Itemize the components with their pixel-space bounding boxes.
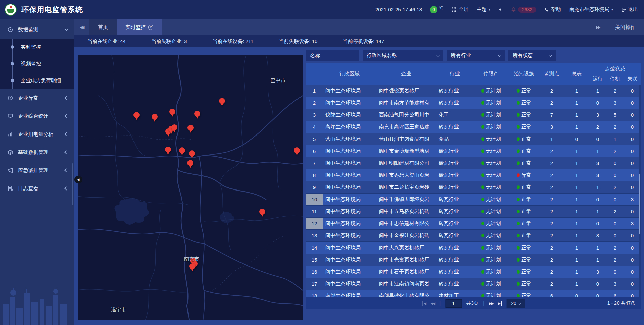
pagination-bar: ◀ ◀◀ | 共3页 | ▶▶ ▶ 20 — [306, 297, 641, 309]
map-pin[interactable] — [219, 98, 225, 106]
notifications-button[interactable]: 2632 — [511, 7, 536, 13]
tab-home[interactable]: 首页 — [89, 19, 117, 35]
table-row[interactable]: 18南部生态环境局南部县砂化土砖有限公建材加工无计划正常60060 — [306, 290, 641, 297]
sidebar-item-视频监控[interactable]: 视频监控 — [0, 55, 74, 72]
tab-close-icon[interactable]: × — [148, 25, 153, 30]
row-monitor-count-cell: 2 — [539, 181, 564, 193]
logout-button[interactable]: 退出 — [621, 6, 638, 13]
table-row[interactable]: 8阆中生态环境局阆中市枣碧大梁山页岩砖瓦行业无计划异常21300 — [306, 169, 641, 181]
map-pin[interactable] — [187, 125, 194, 133]
table-row[interactable]: 14阆中生态环境局阆中大兴页岩机砖厂砖瓦行业无计划正常21120 — [306, 242, 641, 254]
facility-status-label: 正常 — [521, 136, 531, 142]
sidebar-group-企业用电量分析[interactable]: 企业用电量分析 — [0, 125, 74, 143]
sidebar-group-基础数据管理[interactable]: 基础数据管理 — [0, 143, 74, 161]
stat-item: 当前停机设备:147 — [343, 38, 385, 45]
sidebar-group-数据监测[interactable]: 数据监测 — [0, 20, 74, 39]
temperature-badge: 0 — [430, 6, 437, 13]
table-row[interactable]: 16阆中生态环境局阆中市石子页岩机砖厂砖瓦行业无计划正常21300 — [306, 266, 641, 278]
megaphone-icon — [7, 167, 13, 173]
map-pin[interactable] — [165, 147, 171, 155]
green-dot-icon — [481, 282, 484, 286]
user-dropdown[interactable]: 南充市生态环境局 ▾ — [569, 6, 613, 13]
row-industry-cell: 砖瓦行业 — [436, 254, 474, 266]
table-row[interactable]: 3仪陇生态环境局西南油气田分公司川中化工无计划正常71350 — [306, 109, 641, 121]
row-index-cell: 5 — [306, 133, 323, 145]
tab-realtime-monitor[interactable]: 实时监控 × — [117, 19, 162, 35]
row-total-meter-cell: 1 — [564, 278, 589, 290]
table-row[interactable]: 7阆中生态环境局阆中明阳建材有限公司砖瓦行业无计划正常21300 — [306, 157, 641, 169]
row-region-cell: 阆中生态环境局 — [323, 97, 376, 109]
map-pin[interactable] — [179, 147, 185, 156]
theme-dropdown[interactable]: 主题 ▾ — [477, 6, 490, 13]
table-row[interactable]: 11阆中生态环境局阆中市五马桥页岩机砖砖瓦行业无计划正常21120 — [306, 206, 641, 218]
stop-plan-label: 无计划 — [486, 172, 501, 178]
table-row[interactable]: 15阆中生态环境局阆中市光富页岩机砖厂砖瓦行业无计划正常21120 — [306, 254, 641, 266]
name-filter-input[interactable] — [306, 50, 359, 61]
sidebar-group-日志查看[interactable]: 日志查看 — [0, 179, 74, 198]
row-industry-cell: 砖瓦行业 — [436, 278, 474, 290]
close-operations-dropdown[interactable]: 关闭操作 — [615, 24, 635, 31]
table-row[interactable]: 13阆中生态环境局阆中市金福旺页岩机砖砖瓦行业无计划正常21300 — [306, 230, 641, 242]
page-size-select[interactable]: 20 — [506, 299, 525, 308]
row-run-count-cell: 3 — [589, 230, 606, 241]
industry-filter-select[interactable]: 所有行业 — [447, 50, 505, 61]
table-row[interactable]: 10阆中生态环境局阆中千佛镇五郎垭页岩砖瓦行业无计划正常21003 — [306, 194, 641, 206]
table-row[interactable]: 2阆中生态环境局阆中市南方节能建材有砖瓦行业无计划正常21030 — [306, 97, 641, 109]
facility-status-label: 正常 — [521, 184, 531, 191]
help-button[interactable]: 帮助 — [544, 6, 561, 13]
table-row[interactable]: 12阆中生态环境局阆中市忠信建材有限公砖瓦行业无计划正常21003 — [306, 218, 641, 230]
sidebar-item-企业电力负荷明细[interactable]: 企业电力负荷明细 — [0, 72, 74, 89]
sidebar-group-企业异常[interactable]: 企业异常 — [0, 89, 74, 107]
next-page-icon[interactable]: ▶▶ — [489, 301, 493, 306]
row-company-cell: 阆中强锐页岩砖厂 — [376, 85, 436, 97]
sidebar-group-企业综合统计[interactable]: 企业综合统计 — [0, 107, 74, 125]
row-stopped-count-cell: 3 — [606, 278, 624, 290]
tabs-scroll-right-icon[interactable]: ▶▶ — [596, 25, 600, 30]
row-index-cell: 17 — [306, 278, 323, 290]
map-pin[interactable] — [187, 160, 193, 168]
last-page-icon[interactable]: ▶ — [498, 301, 502, 306]
green-dot-icon — [481, 173, 484, 177]
row-facility-status-cell: 正常 — [508, 109, 539, 121]
sidebar-collapse-handle[interactable]: ◀ — [74, 176, 82, 183]
map-pin[interactable] — [189, 263, 195, 272]
facility-status-label: 正常 — [521, 208, 531, 215]
table-row[interactable]: 6阆中生态环境局阆中市金博瑞新型墙材砖瓦行业无计划正常21120 — [306, 145, 641, 157]
row-total-meter-cell: 1 — [564, 97, 589, 109]
first-page-icon[interactable]: ◀ — [422, 301, 426, 306]
map-pin[interactable] — [194, 111, 200, 119]
map-pin[interactable] — [152, 114, 158, 122]
map-pin[interactable] — [294, 147, 300, 156]
map-city-label: 南充市 — [184, 256, 199, 262]
sidebar-scrollbar[interactable] — [72, 163, 73, 205]
table-row[interactable]: 9阆中生态环境局阆中市二龙长宝页岩砖砖瓦行业无计划正常21120 — [306, 181, 641, 194]
map-pin[interactable] — [189, 150, 195, 159]
speaker-mute-button[interactable] — [498, 7, 503, 12]
row-stopped-count-cell: 0 — [606, 157, 624, 169]
region-filter-select[interactable]: 行政区域名称 — [363, 50, 443, 61]
row-lost-count-cell: 0 — [624, 85, 641, 97]
fullscreen-button[interactable]: 全屏 — [451, 6, 469, 13]
page-number-input[interactable] — [445, 299, 462, 308]
map-pin[interactable] — [259, 209, 265, 217]
stop-plan-label: 无计划 — [486, 208, 501, 215]
sidebar-item-实时监控[interactable]: 实时监控 — [0, 39, 74, 55]
table-row[interactable]: 17阆中生态环境局阆中市江南镇阆南页岩砖瓦行业无计划正常21030 — [306, 278, 641, 290]
row-facility-status-cell: 正常 — [508, 85, 539, 97]
col-industry: 行业 — [436, 63, 474, 85]
map-pin[interactable] — [171, 124, 177, 133]
status-filter-select[interactable]: 所有状态 — [508, 50, 556, 61]
chevron-left-icon — [64, 114, 68, 118]
table-row[interactable]: 5营山生态环境局营山县润丰肉食品有限食品无计划正常10010 — [306, 133, 641, 145]
table-row[interactable]: 1阆中生态环境局阆中强锐页岩砖厂砖瓦行业无计划正常21120 — [306, 85, 641, 97]
tabs-scroll-left-icon[interactable]: ◀◀ — [74, 19, 89, 35]
map-panel[interactable]: 巴中市南充市遂宁市 — [78, 55, 303, 320]
red-dot-icon — [517, 173, 520, 177]
row-company-cell: 营山县润丰肉食品有限 — [376, 133, 436, 145]
table-scrollbar[interactable] — [639, 85, 641, 297]
table-row[interactable]: 4高坪生态环境局南充市高坪区王家店建砖瓦行业无计划正常31220 — [306, 121, 641, 133]
sidebar-group-应急减排管理[interactable]: 应急减排管理 — [0, 161, 74, 179]
map-pin[interactable] — [133, 112, 140, 120]
prev-page-icon[interactable]: ◀◀ — [430, 301, 435, 306]
map-pin[interactable] — [169, 109, 175, 117]
